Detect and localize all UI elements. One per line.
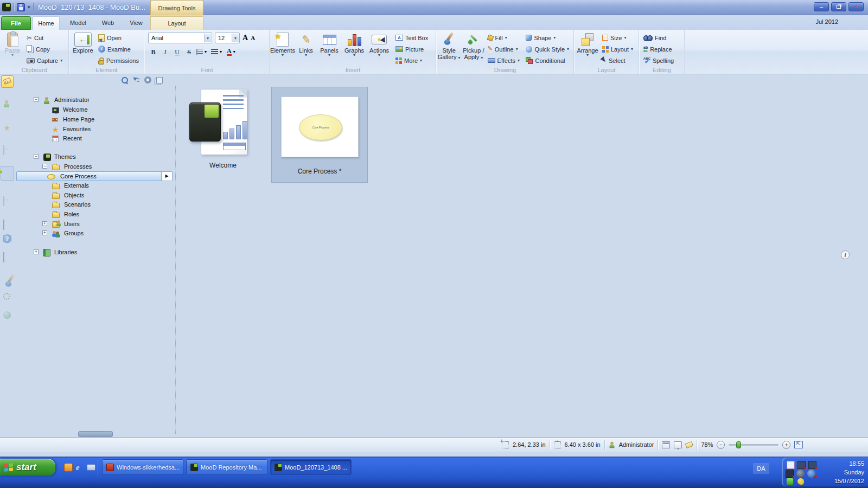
info-icon[interactable]: i [841,251,850,259]
app-logo-icon[interactable] [2,3,11,11]
tray-notes-icon[interactable] [787,461,795,469]
cut-button[interactable]: ✂Cut [25,32,64,43]
save-icon[interactable] [17,3,25,11]
spelling-button[interactable]: ABC✔Spelling [642,55,675,66]
tray-bird-icon[interactable] [797,478,804,485]
tree-item-libraries[interactable]: + Libraries [15,248,174,258]
rail-panel-icon[interactable] [3,196,12,206]
tag-panel-button[interactable] [1,75,14,88]
popup-view-icon[interactable] [662,441,670,448]
rail-table-icon[interactable] [3,220,12,229]
find-button[interactable]: Find [642,32,675,43]
tree-item-roles[interactable]: Roles [15,210,174,220]
flyout-arrow-button[interactable]: ▶ [161,172,172,181]
grow-font-button[interactable]: A [242,34,248,42]
core-process-tile-selected[interactable]: Core Process Core Process * [271,87,368,183]
more-button[interactable]: More▾ [394,55,430,66]
effects-button[interactable]: Effects▾ [486,55,525,66]
strikethrough-button[interactable]: S [184,47,194,57]
rail-library-icon[interactable] [3,253,12,262]
alignment-icon[interactable] [211,49,218,55]
select-button[interactable]: Select [601,55,635,66]
style-gallery-button[interactable]: Style Gallery ▾ [437,31,461,66]
quicklaunch-clock-icon[interactable] [64,463,73,472]
tray-update-icon[interactable] [787,478,793,485]
tree-item-externals[interactable]: Externals [15,181,174,191]
zoom-in-button[interactable]: + [782,441,790,449]
graphs-button[interactable]: Graphs ▾ [342,31,367,66]
bold-button[interactable]: B [148,47,158,57]
panel-splitter[interactable] [175,86,176,434]
quick-style-button[interactable]: Quick Style▾ [524,43,573,55]
rail-help-icon[interactable]: ? [3,234,11,243]
tree-item-groups[interactable]: + Groups [15,229,174,239]
zoom-out-button[interactable]: − [717,441,725,449]
tree-item-scenarios[interactable]: Scenarios [15,200,174,210]
taskbar-button-mood-document[interactable]: MooD_120713_1408 ... [270,459,352,475]
minimize-button[interactable]: – [814,2,829,11]
actions-button[interactable]: ★ Actions ▾ [367,31,392,66]
tray-clock[interactable]: 18:55 Sunday 15/07/2012 [834,459,864,485]
welcome-document-item[interactable]: Welcome [191,89,255,169]
fit-to-window-button[interactable] [794,441,803,448]
start-button[interactable]: start [0,459,55,476]
tab-layout[interactable]: Layout [150,16,203,30]
tree-item-recent[interactable]: Recent [15,134,174,144]
bullet-list-dropdown[interactable]: ▾ [205,49,207,54]
collapse-icon[interactable]: − [34,154,39,159]
language-indicator[interactable]: DA [753,463,769,474]
italic-button[interactable]: I [160,47,170,57]
tab-file[interactable]: File [1,16,31,30]
tab-view[interactable]: View [124,16,149,30]
filter-icon[interactable] [133,77,139,84]
conditional-button[interactable]: Conditional [524,55,573,66]
tray-network-offline-icon[interactable]: × [797,461,806,469]
paste-button[interactable]: Paste ▾ [0,31,25,66]
rail-star-icon[interactable]: ★ [3,123,12,132]
links-button[interactable]: ✎ Links ▾ [295,31,317,66]
shrink-font-button[interactable]: A [251,35,255,41]
shape-button[interactable]: Shape▾ [524,32,573,43]
font-color-dropdown[interactable]: ▾ [233,49,235,54]
font-family-select[interactable]: Arial▾ [148,33,212,43]
collapse-icon[interactable]: − [42,164,47,169]
zoom-slider[interactable] [729,444,778,446]
tree-item-home-page[interactable]: Home Page [15,115,174,125]
rail-themes-icon[interactable] [3,169,12,178]
tray-connection-error-icon[interactable]: × [807,470,815,478]
permissions-button[interactable]: Permissions [97,55,141,66]
pickup-apply-button[interactable]: Pickup / Apply ▾ [461,31,486,66]
rail-globe-icon[interactable] [3,311,12,320]
expand-icon[interactable]: + [42,230,47,235]
outline-button[interactable]: ✎Outline▾ [486,43,525,55]
examine-button[interactable]: iExamine [97,43,141,55]
rail-brush-icon[interactable] [3,274,12,284]
tree-item-welcome[interactable]: Welcome [15,105,174,115]
alignment-dropdown[interactable]: ▾ [220,49,222,54]
replace-button[interactable]: abacReplace [642,43,675,55]
expand-icon[interactable]: + [34,249,39,254]
collapse-icon[interactable]: − [34,97,39,102]
tab-web[interactable]: Web [95,16,120,30]
font-color-button[interactable]: A [227,48,232,56]
panels-button[interactable]: Panels ▾ [317,31,342,66]
tree-item-favourites[interactable]: ★ Favourites [15,125,174,134]
layout-button[interactable]: Layout▾ [601,43,635,55]
zoom-slider-thumb[interactable] [736,441,741,448]
qat-dropdown-icon[interactable]: ▾ [28,5,30,10]
explore-button[interactable]: ← Explore [69,31,97,66]
tree-item-users[interactable]: + Users [15,220,174,229]
rail-calendar-icon[interactable] [3,145,12,155]
tab-model[interactable]: Model [64,16,92,30]
quicklaunch-mail-icon[interactable] [87,464,95,471]
tree-item-processes[interactable]: − Processes [15,162,174,172]
title-bar[interactable]: ▾ MooD_120713_1408 - MooD Bu... Drawing … [0,0,868,15]
tray-speaker-muted-icon[interactable]: × [786,470,794,478]
rail-person-icon[interactable] [3,100,12,109]
taskbar-button-mood-repository[interactable]: MooD Repository Ma... [186,459,267,475]
search-icon[interactable] [122,77,128,84]
close-button[interactable]: × [848,2,864,11]
size-button[interactable]: Size▾ [601,32,635,43]
tag-status-icon[interactable] [685,441,693,448]
elements-button[interactable]: ★ Elements ▾ [270,31,295,66]
